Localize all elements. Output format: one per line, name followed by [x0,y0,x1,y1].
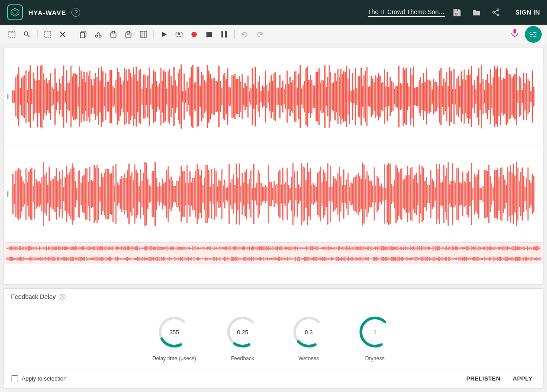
track-cursor-2 [7,191,8,197]
wetness-knob-container: 0.3 Wetness [289,312,329,362]
help-button[interactable]: ? [71,8,80,17]
share-button[interactable] [489,5,503,19]
save-button[interactable] [450,5,464,19]
app-name: HYA-WAVE [28,9,66,16]
svg-rect-2 [454,9,457,11]
effect-header: Feedback Delay [4,289,543,305]
effect-body: 355 Delay time (μsecs) 0.25 Feedback [4,305,543,369]
waveform-svg-1: // This will be replaced by inline rects… [7,55,540,138]
feedback-knob-container: 0.25 Feedback [223,312,262,362]
svg-rect-9 [9,31,15,37]
effect-name: Feedback Delay [11,293,56,300]
svg-line-22 [98,32,100,35]
folder-button[interactable] [469,5,483,19]
effect-panel: Feedback Delay 355 Delay time (μ [4,288,543,388]
delay-time-label: Delay time (μsecs) [152,355,196,362]
select-wave-tool[interactable] [41,28,54,41]
separator-4 [234,30,235,39]
waveform-svg-2 [7,152,540,236]
svg-rect-37 [206,32,212,37]
mini-waveform-svg [4,243,543,264]
svg-point-36 [191,32,197,37]
apply-selection-checkbox[interactable] [11,375,18,382]
apply-selection-label[interactable]: Apply to selection [11,375,67,382]
record-button[interactable] [187,28,201,41]
paste-tool[interactable] [107,28,120,41]
wetness-knob[interactable]: 0.3 [289,312,329,352]
copy-tool[interactable] [77,28,90,41]
feedback-knob[interactable]: 0.25 [223,312,262,352]
zoom-tool[interactable] [20,28,34,41]
dryness-value: 1 [373,329,376,336]
svg-marker-33 [162,32,167,37]
dryness-label: Dryness [365,355,385,362]
apply-selection-text: Apply to selection [22,375,67,382]
undo-button[interactable] [238,28,251,41]
svg-rect-30 [140,31,146,37]
svg-point-6 [493,11,495,13]
svg-point-4 [497,9,499,11]
separator-3 [154,30,154,39]
waveform-canvas[interactable]: // This will be replaced by inline rects… [4,48,543,282]
trim-tool[interactable] [137,28,150,41]
signin-button[interactable]: SIGN IN [515,9,540,16]
apply-button[interactable]: APPLY [509,373,536,384]
svg-rect-13 [45,31,51,37]
waveform-track-2[interactable] [4,145,543,242]
loop-button[interactable] [172,28,186,41]
svg-rect-39 [225,31,227,37]
feedback-value: 0.25 [237,329,248,336]
app-logo [7,4,23,20]
stop-button[interactable] [202,28,216,41]
wetness-value: 0.3 [305,329,313,336]
header: HYA-WAVE ? The IT Crowd Theme Son… SIGN … [0,0,547,25]
prelisten-button[interactable]: PRELISTEN [463,373,504,384]
svg-point-19 [96,35,98,37]
filename-display[interactable]: The IT Crowd Theme Son… [368,8,445,17]
paste-special-tool[interactable] [122,28,135,41]
separator-1 [37,30,37,39]
svg-rect-17 [80,33,85,38]
track-cursor-1 [7,94,8,99]
svg-rect-38 [221,31,223,37]
select-rect-tool[interactable] [5,28,19,41]
pause-button[interactable] [217,28,231,41]
effect-footer: Apply to selection PRELISTEN APPLY [4,369,543,388]
separator-2 [73,30,73,39]
svg-line-8 [495,12,497,15]
play-button[interactable] [157,28,171,41]
svg-point-11 [24,32,28,35]
svg-marker-35 [178,33,180,35]
svg-point-47 [532,35,533,37]
svg-point-5 [497,14,499,16]
clock-icon [59,293,66,300]
feedback-label: Feedback [231,355,254,362]
svg-marker-1 [13,10,17,15]
svg-line-7 [495,10,497,12]
cut-tool[interactable] [92,28,105,41]
waveform-track-1[interactable]: // This will be replaced by inline rects… [4,48,543,145]
svg-rect-23 [111,33,116,37]
svg-point-20 [99,35,101,37]
redo-button[interactable] [253,28,266,41]
waveform-container: // This will be replaced by inline rects… [4,48,543,285]
svg-point-45 [531,32,533,34]
deselect-tool[interactable] [56,28,69,41]
dryness-knob[interactable]: 1 [355,312,395,352]
microphone-button[interactable] [510,28,520,40]
wetness-label: Wetness [299,355,319,362]
toolbar [0,25,547,44]
settings-button[interactable] [525,26,542,43]
svg-marker-0 [11,8,19,16]
mini-waveform[interactable] [4,242,543,264]
svg-point-46 [533,34,535,35]
delay-time-knob-container: 355 Delay time (μsecs) [152,312,196,362]
delay-time-value: 355 [169,329,179,336]
svg-line-21 [97,32,98,35]
svg-rect-40 [513,29,516,34]
delay-time-knob[interactable]: 355 [154,312,194,352]
svg-point-3 [455,13,457,15]
svg-line-12 [28,35,30,37]
footer-actions: PRELISTEN APPLY [463,373,536,384]
dryness-knob-container: 1 Dryness [355,312,395,362]
